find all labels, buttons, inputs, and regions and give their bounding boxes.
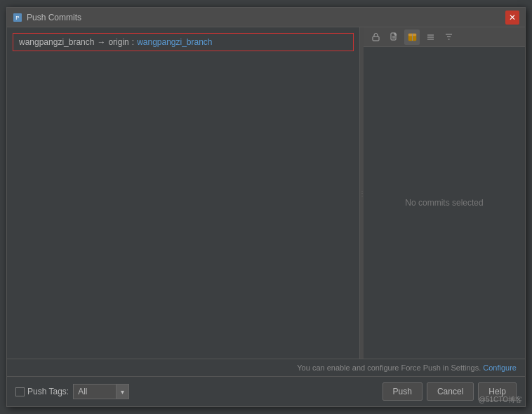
list-icon-btn[interactable] xyxy=(423,29,438,45)
dialog-title: Push Commits xyxy=(27,13,81,22)
bottom-controls: Push Tags: All ▾ Push Cancel Help xyxy=(7,377,525,406)
force-push-text: You can enable and configure Force Push … xyxy=(297,363,481,372)
tags-value: All xyxy=(74,387,116,396)
dropdown-arrow-icon[interactable]: ▾ xyxy=(116,385,128,399)
tags-dropdown[interactable]: All ▾ xyxy=(73,384,129,399)
right-content-area: No commits selected xyxy=(364,47,525,359)
close-button[interactable]: ✕ xyxy=(505,11,519,25)
push-commits-icon: P xyxy=(13,13,22,22)
remote-branch: wangpangzi_branch xyxy=(137,37,212,47)
filter-icon-btn[interactable] xyxy=(441,29,456,45)
left-panel: wangpangzi_branch → origin : wangpangzi_… xyxy=(7,27,360,359)
push-tags-checkbox[interactable] xyxy=(15,387,25,396)
svg-text:P: P xyxy=(15,15,19,21)
svg-rect-2 xyxy=(373,36,379,41)
push-tags-checkbox-container: Push Tags: xyxy=(15,387,69,396)
watermark: @51CTO博客 xyxy=(479,395,522,405)
arrow-icon: → xyxy=(97,37,105,47)
push-tags-label: Push Tags: xyxy=(27,387,69,396)
force-push-info: You can enable and configure Force Push … xyxy=(7,359,525,377)
package-icon-btn[interactable] xyxy=(404,29,420,45)
configure-link[interactable]: Configure xyxy=(483,363,517,372)
lock-icon-btn[interactable] xyxy=(368,29,383,45)
branch-selector[interactable]: wangpangzi_branch → origin : wangpangzi_… xyxy=(13,33,354,51)
bottom-bar: You can enable and configure Force Push … xyxy=(7,359,525,406)
push-commits-dialog: P Push Commits ✕ wangpangzi_branch → ori… xyxy=(6,7,526,407)
remote-prefix: origin xyxy=(108,37,128,47)
cancel-button[interactable]: Cancel xyxy=(427,382,474,401)
file-icon-btn[interactable] xyxy=(386,29,401,45)
push-button[interactable]: Push xyxy=(383,382,423,401)
title-bar-left: P Push Commits xyxy=(13,13,81,22)
no-commits-label: No commits selected xyxy=(405,198,483,208)
right-toolbar xyxy=(364,27,525,47)
title-bar: P Push Commits ✕ xyxy=(7,8,525,27)
right-panel: No commits selected xyxy=(364,27,525,359)
local-branch: wangpangzi_branch xyxy=(19,37,94,47)
content-area: wangpangzi_branch → origin : wangpangzi_… xyxy=(7,27,525,359)
colon-separator: : xyxy=(132,37,134,47)
commits-list xyxy=(13,57,354,353)
push-tags-area: Push Tags: All ▾ xyxy=(15,384,129,399)
